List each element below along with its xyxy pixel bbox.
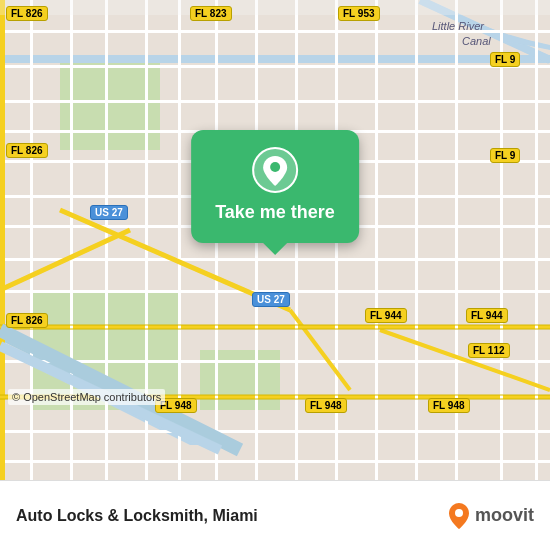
svg-rect-29 [375,0,378,480]
road-label-fl112: FL 112 [468,343,510,358]
road-label-us27-left: US 27 [90,205,128,220]
road-label-fl823: FL 823 [190,6,232,21]
location-name: Auto Locks & Locksmith, Miami [16,507,258,524]
moovit-pin-icon [447,502,471,530]
svg-rect-8 [0,100,550,103]
road-label-fl944: FL 944 [365,308,407,323]
road-label-fl944-far: FL 944 [466,308,508,323]
svg-rect-3 [200,350,280,410]
take-me-there-button[interactable]: Take me there [215,202,335,223]
bottom-bar: Auto Locks & Locksmith, Miami moovit [0,480,550,550]
svg-rect-15 [0,325,550,329]
road-label-fl826-mid: FL 826 [6,143,48,158]
moovit-logo: moovit [447,502,534,530]
road-label-fl948-right: FL 948 [428,398,470,413]
svg-text:Little River: Little River [432,20,485,32]
map-attribution: © OpenStreetMap contributors [8,389,165,405]
road-label-fl948-center: FL 948 [305,398,347,413]
svg-point-49 [270,162,280,172]
road-label-fl953: FL 953 [338,6,380,21]
road-label-us27-center: US 27 [252,292,290,307]
location-info: Auto Locks & Locksmith, Miami [16,507,447,525]
svg-rect-30 [415,0,418,480]
road-label-fl826-bot: FL 826 [6,313,48,328]
svg-rect-4 [0,55,550,63]
svg-rect-13 [0,258,550,261]
popup-card[interactable]: Take me there [191,130,359,243]
road-label-fl9-mid: FL 9 [490,148,520,163]
moovit-label: moovit [475,505,534,526]
svg-rect-20 [30,0,33,480]
svg-rect-33 [535,0,538,480]
svg-rect-21 [70,0,73,480]
location-pin-icon [251,146,299,194]
map-container: Little River Canal FL 826 FL 823 FL 953 … [0,0,550,480]
svg-rect-32 [500,0,503,480]
svg-text:Canal: Canal [462,35,491,47]
svg-rect-39 [0,0,550,15]
svg-rect-7 [0,65,550,68]
svg-point-50 [455,509,463,517]
svg-rect-34 [0,0,5,480]
road-label-fl9-top: FL 9 [490,52,520,67]
road-label-fl826-top: FL 826 [6,6,48,21]
svg-rect-19 [0,460,550,463]
svg-rect-18 [0,430,550,433]
